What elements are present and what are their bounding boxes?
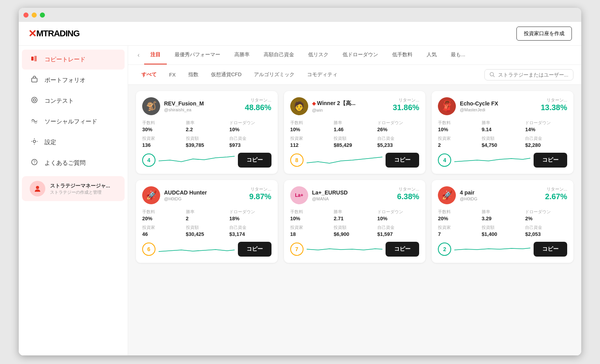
app-header: ✕ MTRADING 投資家口座を作成 [19, 22, 581, 46]
dd-label-4: ドローダウン [377, 209, 420, 215]
sparkline-5 [454, 242, 530, 256]
dd-val-0: 10% [229, 127, 271, 132]
fee-label-2: 手数料 [438, 120, 480, 126]
sidebar-item-contest[interactable]: コンテスト [22, 91, 125, 111]
filter-all[interactable]: すべて [136, 69, 162, 80]
dd-label-0: ドローダウン [229, 120, 271, 126]
eq-label-1: 自己資金 [377, 136, 420, 141]
search-input[interactable] [498, 72, 568, 78]
copy-button-5[interactable]: コピー [534, 242, 567, 257]
dd-val-1: 26% [377, 127, 420, 132]
sidebar-label-portfolio: ポートフォリオ [45, 77, 86, 84]
filter-algorithmic[interactable]: アルゴリズミック [248, 69, 300, 80]
dd-val-3: 18% [229, 216, 271, 221]
win-label-0: 勝率 [186, 120, 228, 126]
sidebar-item-portfolio[interactable]: ポートフォリオ [22, 70, 125, 90]
card-handle-audcad: @H0tDG [164, 196, 207, 201]
inv-val-5: 7 [438, 231, 480, 237]
rank-badge-2: 4 [438, 153, 451, 167]
filter-crypto-cfd[interactable]: 仮想通貨CFD [205, 69, 247, 80]
svg-point-9 [490, 73, 494, 76]
copy-trade-icon [30, 55, 39, 64]
return-val-5: 2.67% [545, 192, 567, 201]
cards-grid: 🐒 REV_Fusion_M @shiraishi_ea リターン... 48.… [128, 85, 581, 355]
tab-best-performer[interactable]: 最優秀パフォーマー [168, 46, 227, 64]
copy-button-4[interactable]: コピー [386, 242, 419, 257]
fee-label-4: 手数料 [290, 209, 332, 215]
minimize-dot[interactable] [32, 12, 37, 18]
eq-label-4: 自己資金 [377, 225, 420, 230]
dd-val-4: 10% [377, 216, 420, 221]
tab-prev-arrow[interactable]: ‹ [134, 47, 143, 63]
win-val-5: 3.29 [482, 216, 524, 221]
filter-bar: すべて FX 指数 仮想通貨CFD アルゴリズミック コモディティ [128, 65, 581, 85]
copy-button-1[interactable]: コピー [386, 153, 419, 168]
sidebar-label-social: ソーシャルフィード [45, 118, 97, 125]
card-handle-winner2: @win [312, 108, 356, 112]
svg-point-3 [32, 97, 37, 103]
win-label-3: 勝率 [186, 209, 228, 215]
tab-navigation: ‹ 注目 最優秀パフォーマー 高勝率 高額自己資金 低リスク 低ドローダウン 低… [128, 46, 581, 65]
fee-label-0: 手数料 [142, 120, 184, 126]
card-handle-4pair: @H0tDG [460, 196, 477, 201]
svg-text:?: ? [33, 160, 36, 164]
tab-popular[interactable]: 人気 [420, 46, 443, 64]
card-avatar-4pair: 🚀 [438, 186, 456, 204]
card-avatar-la: La+ [290, 186, 308, 204]
sidebar-item-social[interactable]: ソーシャルフィード [22, 112, 125, 132]
strategy-manager-item[interactable]: ストラテジーマネージャ... ストラテジーの作成と管理 [22, 176, 125, 201]
amt-val-0: $39,785 [186, 142, 228, 148]
create-account-button[interactable]: 投資家口座を作成 [516, 27, 572, 41]
sidebar-item-copy-trade[interactable]: コピートレード [22, 50, 125, 70]
sidebar-item-settings[interactable]: 設定 [22, 132, 125, 152]
search-box[interactable] [484, 69, 573, 80]
manager-title: ストラテジーマネージャ... [50, 182, 110, 189]
filter-fx[interactable]: FX [164, 70, 181, 80]
copy-button-2[interactable]: コピー [534, 153, 567, 168]
tab-low-drawdown[interactable]: 低ドローダウン [336, 46, 384, 64]
fee-val-5: 20% [438, 216, 480, 221]
tab-attention[interactable]: 注目 [144, 46, 167, 64]
filter-index[interactable]: 指数 [183, 69, 204, 80]
amt-label-0: 投資額 [186, 136, 228, 141]
sidebar-item-faq[interactable]: ? よくあるご質問 [22, 153, 125, 173]
main-content: ‹ 注目 最優秀パフォーマー 高勝率 高額自己資金 低リスク 低ドローダウン 低… [128, 46, 581, 355]
settings-icon [30, 137, 39, 147]
tab-best[interactable]: 最も... [445, 46, 471, 64]
tab-low-fee[interactable]: 低手数料 [386, 46, 419, 64]
filter-commodity[interactable]: コモディティ [302, 69, 343, 80]
maximize-dot[interactable] [40, 12, 45, 18]
inv-label-4: 投資家 [290, 225, 332, 230]
inv-label-3: 投資家 [142, 225, 184, 230]
rank-badge-5: 2 [438, 243, 451, 256]
return-val-1: 31.86% [393, 103, 419, 112]
svg-rect-0 [31, 57, 34, 61]
return-val-3: 9.87% [249, 192, 271, 201]
card-handle-echo: @MasterJedi [460, 107, 498, 112]
card-winner2: 🧑 ◆ Winner 2【高... @win リターン... 31.86% [284, 91, 426, 174]
tab-high-equity[interactable]: 高額自己資金 [257, 46, 300, 64]
copy-button-3[interactable]: コピー [238, 242, 271, 257]
amt-label-1: 投資額 [334, 136, 376, 141]
sparkline-2 [454, 153, 530, 167]
tab-high-win[interactable]: 高勝率 [228, 46, 256, 64]
inv-val-1: 112 [290, 142, 332, 148]
win-val-3: 2 [186, 216, 228, 221]
close-dot[interactable] [23, 12, 29, 18]
tab-low-risk[interactable]: 低リスク [302, 46, 335, 64]
sidebar-label-copy-trade: コピートレード [45, 56, 86, 63]
win-val-2: 9.14 [482, 127, 524, 132]
amt-label-3: 投資額 [186, 225, 228, 230]
copy-button-0[interactable]: コピー [238, 153, 271, 168]
eq-label-5: 自己資金 [525, 225, 567, 230]
logo-text: MTRADING [36, 29, 80, 39]
logo: ✕ MTRADING [28, 28, 80, 40]
inv-label-1: 投資家 [290, 136, 332, 141]
win-val-0: 2.2 [186, 127, 228, 132]
card-name-rev-fusion: REV_Fusion_M [164, 100, 204, 107]
eq-label-2: 自己資金 [525, 136, 567, 141]
card-avatar-audcad: 🚀 [142, 186, 160, 204]
social-icon [30, 117, 39, 127]
eq-val-5: $2,053 [525, 231, 567, 237]
manager-avatar [30, 181, 45, 196]
